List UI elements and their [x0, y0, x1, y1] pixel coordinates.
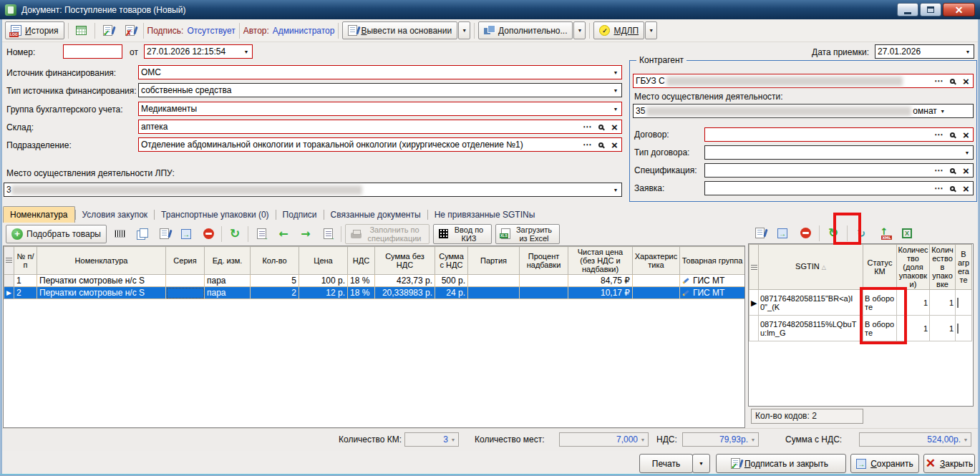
counterparty-clear-button[interactable]: × — [959, 74, 973, 87]
counterparty-input[interactable]: ГБУЗ С ⋯ × — [633, 74, 974, 88]
col-qty-share[interactable]: Количество (доля упаковки) — [897, 245, 930, 290]
col-unit[interactable]: Ед. изм. — [205, 247, 251, 275]
move-left-button[interactable]: ← — [274, 225, 293, 243]
save-button[interactable]: → Сохранить — [850, 454, 919, 473]
contract-type-select[interactable]: ▼ — [704, 145, 974, 160]
funding-type-select[interactable]: собственные средства ▼ — [138, 83, 622, 97]
tab-nomenklatura[interactable]: Номенклатура — [3, 206, 75, 223]
dropdown-icon[interactable]: ▼ — [638, 437, 648, 442]
edit-row-button[interactable] — [155, 225, 173, 243]
minimize-button[interactable] — [897, 3, 918, 16]
request-clear-button[interactable]: × — [959, 182, 973, 195]
col-sum-with-vat[interactable]: Сумма с НДС — [435, 247, 468, 275]
revoke-signature-button[interactable]: ✗ — [121, 21, 140, 39]
mdlp-dropdown[interactable]: ▼ — [645, 21, 657, 39]
dropdown-icon[interactable]: ▼ — [448, 437, 458, 442]
sgtin-reload-status-button[interactable]: ↻ — [852, 224, 870, 242]
specification-search-button[interactable] — [946, 164, 959, 177]
funding-source-dropdown-icon[interactable]: ▼ — [610, 66, 621, 79]
contract-clear-button[interactable]: × — [959, 128, 973, 141]
doc-datetime-input[interactable]: 27.01.2026 12:15:54 ▼ — [144, 44, 253, 59]
sgtin-edit-button[interactable] — [750, 224, 769, 242]
close-document-button[interactable]: ✕ Закрыть — [923, 454, 975, 473]
goods-row-1[interactable]: 1 Перчатки смотровые н/с S пара 5 100 р.… — [4, 275, 745, 287]
number-input[interactable] — [63, 44, 122, 59]
restore-button[interactable] — [920, 3, 941, 16]
warehouse-input[interactable]: аптека ⋯ × — [138, 120, 622, 134]
department-search-button[interactable] — [594, 138, 608, 151]
tab-transportnye-upakovki[interactable]: Транспортные упаковки (0) — [155, 207, 276, 223]
sgtin-excel-button[interactable]: X — [898, 224, 916, 242]
sgtin-refresh-button[interactable]: ↻ — [824, 224, 843, 242]
activity-place-dropdown-icon[interactable]: ▼ — [937, 105, 949, 117]
tab-ne-privyazannye-sgtin[interactable]: Не привязанные SGTINы — [428, 207, 542, 223]
sign-document-button[interactable]: ✓ — [99, 21, 117, 39]
table-view-button[interactable] — [72, 21, 91, 39]
derive-dropdown[interactable]: ▼ — [458, 21, 470, 39]
col-sgtin[interactable]: SGTIN △ — [759, 245, 863, 290]
department-clear-button[interactable]: × — [608, 138, 621, 151]
receipt-date-dropdown-icon[interactable]: ▼ — [962, 45, 974, 58]
goods-row-2-selected[interactable]: ▶ 2 Перчатки смотровые н/с S пара 2 12 р… — [4, 287, 745, 299]
col-net-price[interactable]: Чистая цена (без НДС и надбавки) — [568, 247, 633, 275]
specification-ellipsis-button[interactable]: ⋯ — [932, 164, 946, 177]
additional-dropdown[interactable]: ▼ — [573, 21, 586, 39]
sgtin-xml-upload-button[interactable]: ↑ — [875, 224, 893, 242]
contract-search-button[interactable] — [946, 128, 959, 141]
kiz-input-button[interactable]: Ввод по КИЗ — [433, 224, 492, 244]
department-input[interactable]: Отделение абдоминальной онкологии и тора… — [138, 137, 622, 152]
col-km-status[interactable]: Статус КМ — [863, 245, 897, 290]
sgtin-delete-button[interactable] — [796, 224, 815, 242]
funding-source-select[interactable]: ОМС ▼ — [138, 65, 622, 79]
derive-button[interactable]: Вывести на основании — [342, 21, 457, 39]
department-ellipsis-button[interactable]: ⋯ — [581, 138, 594, 151]
col-product-group[interactable]: Товарная группа — [680, 247, 745, 275]
col-markup[interactable]: Процент надбавки — [520, 247, 568, 275]
lpu-place-select[interactable]: 3 ▼ — [4, 183, 622, 197]
col-nomenclature[interactable]: Номенклатура — [37, 247, 166, 275]
contract-type-dropdown-icon[interactable]: ▼ — [961, 146, 973, 159]
col-batch[interactable]: Партия — [468, 247, 520, 275]
accounting-group-dropdown-icon[interactable]: ▼ — [610, 102, 621, 115]
dropdown-icon[interactable]: ▼ — [961, 437, 971, 442]
warehouse-ellipsis-button[interactable]: ⋯ — [581, 120, 594, 133]
additional-button[interactable]: Дополнительно... — [478, 21, 573, 39]
specification-clear-button[interactable]: × — [959, 164, 973, 177]
print-button[interactable]: Печать — [639, 454, 693, 473]
funding-type-dropdown-icon[interactable]: ▼ — [610, 84, 621, 97]
load-excel-button[interactable]: Загрузить из Excel — [495, 224, 560, 244]
col-qty[interactable]: Кол-во — [251, 247, 299, 275]
print-dropdown[interactable]: ▼ — [692, 454, 710, 473]
activity-place-select[interactable]: 35 омнат ▼ — [633, 104, 974, 118]
in-aggregate-checkbox[interactable] — [957, 324, 959, 334]
history-button[interactable]: История — [5, 21, 64, 39]
barcode-button[interactable] — [110, 225, 129, 243]
counterparty-ellipsis-button[interactable]: ⋯ — [932, 74, 946, 87]
sign-and-close-button[interactable]: ✓ Подписать и закрыть — [716, 454, 846, 473]
col-vat[interactable]: НДС — [348, 247, 375, 275]
warehouse-search-button[interactable] — [594, 120, 608, 133]
tab-usloviya-zakupok[interactable]: Условия закупок — [76, 207, 155, 223]
copy-row-button[interactable] — [132, 225, 151, 243]
request-input[interactable]: ⋯ × — [704, 181, 974, 195]
move-first-button[interactable] — [252, 225, 271, 243]
specification-input[interactable]: ⋯ × — [704, 163, 974, 178]
col-num[interactable]: № п/п — [14, 247, 37, 275]
col-series[interactable]: Серия — [166, 247, 205, 275]
save-row-button[interactable]: → — [177, 225, 195, 243]
sgtin-row-1[interactable]: ▶ 087176482058115"BR<a)I0"_(K В обороте … — [749, 290, 972, 316]
in-aggregate-checkbox[interactable] — [957, 298, 959, 308]
move-last-button[interactable] — [319, 225, 337, 243]
accounting-group-select[interactable]: Медикаменты ▼ — [138, 102, 622, 116]
contract-ellipsis-button[interactable]: ⋯ — [932, 128, 946, 141]
tab-svyazannye-dokumenty[interactable]: Связанные документы — [324, 207, 427, 223]
contract-input[interactable]: ⋯ × — [704, 127, 974, 142]
col-price[interactable]: Цена — [299, 247, 348, 275]
doc-datetime-dropdown-icon[interactable]: ▼ — [241, 45, 252, 58]
col-qty-in-pack[interactable]: Количество в упаковке — [930, 245, 956, 290]
sgtin-row-2[interactable]: 087176482058115%LQbuTu:lm_G В обороте 1 … — [749, 316, 972, 341]
delete-row-button[interactable] — [199, 225, 218, 243]
counterparty-search-button[interactable] — [946, 74, 959, 87]
warehouse-clear-button[interactable]: × — [608, 120, 621, 133]
close-button[interactable]: ✕ — [943, 3, 975, 16]
